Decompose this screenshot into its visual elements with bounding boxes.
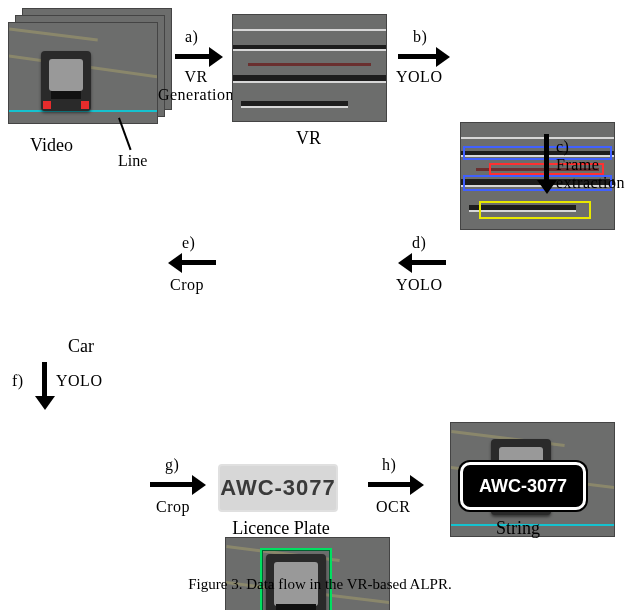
- vr-label: VR: [296, 128, 321, 149]
- step-h-label: OCR: [376, 498, 410, 516]
- string-box: AWC-3077: [460, 462, 586, 510]
- string-value: AWC-3077: [460, 462, 586, 510]
- step-a-letter: a): [185, 28, 198, 46]
- step-h-letter: h): [382, 456, 396, 474]
- step-d-letter: d): [412, 234, 426, 252]
- licence-plate-image: AWC-3077: [218, 464, 338, 512]
- figure: Video Line a) VR Generation VR b) YOLO: [0, 0, 640, 610]
- step-g-letter: g): [165, 456, 179, 474]
- figure-caption: Figure 3. Data flow in the VR-based ALPR…: [0, 576, 640, 593]
- step-f-label: YOLO: [56, 372, 102, 390]
- vr-image: [232, 14, 387, 122]
- video-stack: [8, 8, 176, 128]
- step-b-label: YOLO: [396, 68, 442, 86]
- string-label: String: [496, 518, 540, 539]
- step-f-letter: f): [12, 372, 24, 390]
- car-crop-label: Car: [68, 336, 94, 357]
- frame-with-box: [225, 537, 390, 610]
- step-a-label: VR Generation: [156, 68, 236, 104]
- step-g-label: Crop: [156, 498, 190, 516]
- line-label: Line: [118, 152, 147, 170]
- step-e-label: Crop: [170, 276, 204, 294]
- step-b-letter: b): [413, 28, 427, 46]
- step-d-label: YOLO: [396, 276, 442, 294]
- licence-plate-label: Licence Plate: [216, 518, 346, 539]
- step-e-letter: e): [182, 234, 195, 252]
- plate-value: AWC-3077: [218, 464, 338, 512]
- video-label: Video: [30, 135, 73, 156]
- step-c-label: Frame extraction: [556, 156, 625, 192]
- step-c-letter: c): [556, 138, 569, 156]
